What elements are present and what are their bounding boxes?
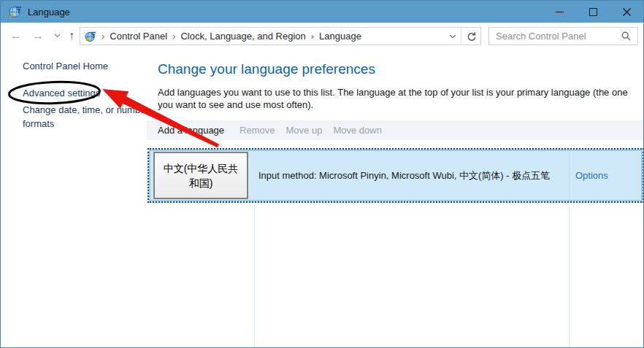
address-bar[interactable]: A › Control Panel › Clock, Language, and… [80,27,481,45]
minimize-icon [556,12,564,12]
forward-icon: → [32,30,44,42]
window-title: Language [28,7,70,18]
refresh-button[interactable] [461,31,480,42]
refresh-icon [466,31,476,42]
close-button[interactable] [610,1,643,23]
remove-button[interactable]: Remove [239,125,275,136]
svg-text:A: A [10,11,15,18]
chevron-down-icon [449,34,456,39]
close-icon [623,8,631,16]
breadcrumb-clock-language-region[interactable]: Clock, Language, and Region [180,31,305,42]
sidebar-item-change-formats[interactable]: Change date, time, or number formats [23,103,156,131]
maximize-button[interactable] [576,1,610,23]
recent-pages-button[interactable] [50,23,64,49]
language-input-methods: Input method: Microsoft Pinyin, Microsof… [258,150,550,201]
svg-text:A: A [85,36,90,42]
breadcrumb-chevron-icon: › [311,31,314,42]
sidebar-item-control-panel-home[interactable]: Control Panel Home [23,61,108,71]
options-link[interactable]: Options [575,150,641,201]
forward-button[interactable]: → [28,23,47,49]
address-dropdown-button[interactable] [445,34,461,39]
title-bar: A Language [1,1,643,23]
move-up-button[interactable]: Move up [286,125,323,136]
add-language-button[interactable]: Add a language [158,125,224,136]
list-column-guide [254,204,255,348]
minimize-button[interactable] [543,1,576,23]
chevron-down-icon [54,34,61,38]
language-toolbar: Add a language Remove Move up Move down [147,120,644,140]
list-column-guide [569,204,570,348]
up-button[interactable]: ↑ [64,23,80,49]
move-down-button[interactable]: Move down [333,125,381,136]
back-icon: ← [10,30,22,42]
maximize-icon [589,8,597,16]
address-language-icon: A [85,31,96,42]
sidebar-item-advanced-settings[interactable]: Advanced settings [23,88,100,98]
page-title: Change your language preferences [158,61,375,77]
search-icon [621,31,631,41]
back-button[interactable]: ← [7,23,26,49]
search-input[interactable] [489,31,621,42]
options-column-divider [569,151,570,200]
breadcrumb-chevron-icon: › [101,31,104,42]
breadcrumb-language[interactable]: Language [319,31,361,42]
search-box [488,27,638,45]
language-name-tile[interactable]: 中文(中华人民共 和国) [153,152,248,199]
page-description: Add languages you want to use to this li… [158,86,640,111]
language-icon: A [9,5,22,18]
navigation-bar: ← → ↑ A › Control Panel › Clock, Languag… [1,23,643,49]
language-window: A Language ← → ↑ [0,0,644,348]
breadcrumb-control-panel[interactable]: Control Panel [110,31,167,42]
language-list-item-selected[interactable]: 中文(中华人民共 和国) Input method: Microsoft Pin… [147,148,644,203]
breadcrumb-chevron-icon: › [172,31,175,42]
up-icon: ↑ [69,30,74,42]
